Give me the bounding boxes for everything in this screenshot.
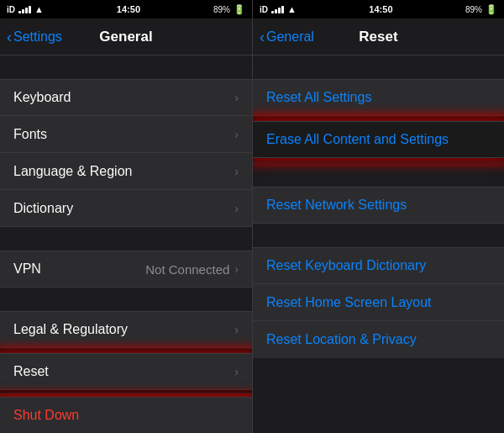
reset-home-label: Reset Home Screen Layout <box>266 295 432 310</box>
section-legal: Legal & Regulatory › <box>0 311 252 348</box>
list-left: Keyboard › Fonts › Language & Region › D… <box>0 55 252 433</box>
reset-keyboard-dict[interactable]: Reset Keyboard Dictionary <box>253 247 504 284</box>
legal-chevron: › <box>234 323 239 336</box>
status-left-right: iD ▲ <box>260 4 297 14</box>
nav-title-left: General <box>99 29 152 45</box>
reset-all-settings[interactable]: Reset All Settings <box>253 79 504 116</box>
status-right-right: 89% 🔋 <box>465 4 497 15</box>
section-network: Reset Network Settings <box>253 187 504 224</box>
vpn-label: VPN <box>13 261 41 277</box>
list-right: Reset All Settings Erase All Content and… <box>253 55 504 433</box>
status-left: iD ▲ <box>7 4 44 14</box>
list-item-vpn[interactable]: VPN Not Connected › <box>0 251 252 288</box>
language-label: Language & Region <box>13 164 132 179</box>
carrier-right: iD <box>260 5 268 14</box>
erase-all-content[interactable]: Erase All Content and Settings <box>253 121 504 158</box>
reset-home-screen[interactable]: Reset Home Screen Layout <box>253 284 504 321</box>
wifi-icon-right: ▲ <box>287 4 297 14</box>
nav-bar-right: ‹ General Reset <box>253 18 504 55</box>
language-chevron: › <box>234 165 239 178</box>
reset-location-label: Reset Location & Privacy <box>266 332 417 347</box>
signal-icon-left <box>18 5 31 13</box>
list-item-keyboard[interactable]: Keyboard › <box>0 79 252 116</box>
dictionary-chevron: › <box>234 202 239 215</box>
right-panel: iD ▲ 14:50 89% 🔋 ‹ General Reset <box>252 0 504 433</box>
fonts-right: › <box>234 128 239 141</box>
language-right: › <box>234 165 239 178</box>
erase-label: Erase All Content and Settings <box>266 132 449 147</box>
wifi-icon-left: ▲ <box>34 4 44 14</box>
carrier-left: iD <box>7 5 15 14</box>
time-right: 14:50 <box>369 4 392 14</box>
vpn-right: Not Connected › <box>145 262 239 277</box>
reset-right: › <box>234 365 239 378</box>
reset-keyboard-label: Reset Keyboard Dictionary <box>266 258 426 273</box>
reset-label-left: Reset <box>13 364 49 379</box>
reset-chevron: › <box>234 365 239 378</box>
legal-label: Legal & Regulatory <box>13 322 128 337</box>
list-item-fonts[interactable]: Fonts › <box>0 116 252 153</box>
fonts-label: Fonts <box>13 127 47 142</box>
section-erase: Erase All Content and Settings <box>253 121 504 158</box>
battery-pct-right: 89% <box>465 5 482 14</box>
status-right-left: 89% 🔋 <box>213 4 245 15</box>
left-panel: iD ▲ 14:50 89% 🔋 ‹ Settings General <box>0 0 252 433</box>
reset-all-label: Reset All Settings <box>266 90 371 105</box>
legal-right: › <box>234 323 239 336</box>
vpn-chevron: › <box>234 262 239 276</box>
section-vpn: VPN Not Connected › <box>0 251 252 288</box>
vpn-value: Not Connected <box>145 262 229 277</box>
battery-pct-left: 89% <box>213 5 230 14</box>
fonts-chevron: › <box>234 128 239 141</box>
reset-network[interactable]: Reset Network Settings <box>253 187 504 224</box>
back-label-left: Settings <box>13 29 62 45</box>
list-item-legal[interactable]: Legal & Regulatory › <box>0 311 252 348</box>
keyboard-label: Keyboard <box>13 90 71 105</box>
list-item-language[interactable]: Language & Region › <box>0 153 252 190</box>
back-label-right: General <box>266 29 314 45</box>
battery-icon-right: 🔋 <box>486 4 497 15</box>
back-button-left[interactable]: ‹ Settings <box>7 28 62 46</box>
keyboard-chevron: › <box>234 91 239 104</box>
list-item-dictionary[interactable]: Dictionary › <box>0 190 252 227</box>
signal-icon-right <box>271 5 284 13</box>
reset-location-privacy[interactable]: Reset Location & Privacy <box>253 321 504 358</box>
dictionary-right: › <box>234 202 239 215</box>
nav-title-right: Reset <box>359 29 397 45</box>
keyboard-right: › <box>234 91 239 104</box>
section-general-left: Keyboard › Fonts › Language & Region › D… <box>0 79 252 227</box>
nav-bar-left: ‹ Settings General <box>0 18 252 55</box>
shutdown-label: Shut Down <box>13 408 79 423</box>
time-left: 14:50 <box>117 4 140 14</box>
list-item-reset[interactable]: Reset › <box>0 353 252 390</box>
section-reset-left: Reset › <box>0 353 252 390</box>
reset-network-label: Reset Network Settings <box>266 198 407 213</box>
status-bar-right: iD ▲ 14:50 89% 🔋 <box>253 0 504 18</box>
list-item-shutdown[interactable]: Shut Down <box>0 397 252 433</box>
section-reset-all: Reset All Settings <box>253 79 504 116</box>
dictionary-label: Dictionary <box>13 201 73 216</box>
section-shutdown: Shut Down <box>0 397 252 433</box>
back-chevron-left: ‹ <box>7 29 12 46</box>
battery-icon-left: 🔋 <box>234 4 245 15</box>
back-chevron-right: ‹ <box>260 29 265 46</box>
status-bar-left: iD ▲ 14:50 89% 🔋 <box>0 0 252 18</box>
back-button-right[interactable]: ‹ General <box>260 28 314 46</box>
section-keyboard-home-location: Reset Keyboard Dictionary Reset Home Scr… <box>253 247 504 358</box>
